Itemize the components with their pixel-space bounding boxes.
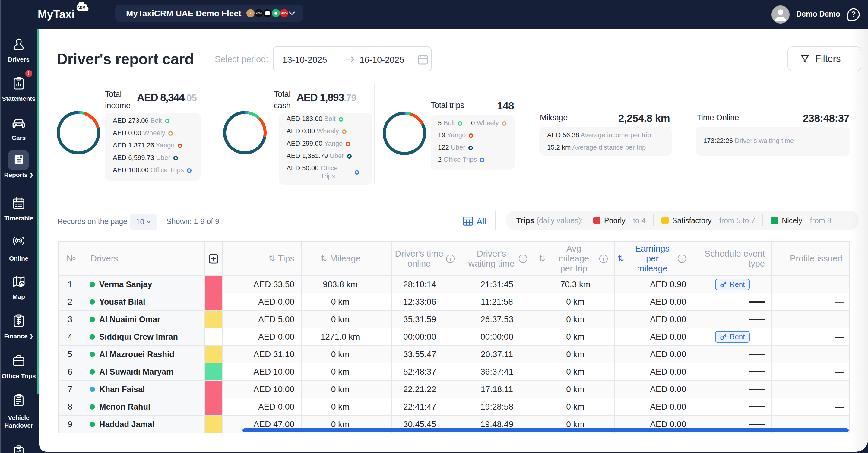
- svg-text:CRM: CRM: [77, 5, 85, 10]
- svg-text:?: ?: [851, 10, 856, 19]
